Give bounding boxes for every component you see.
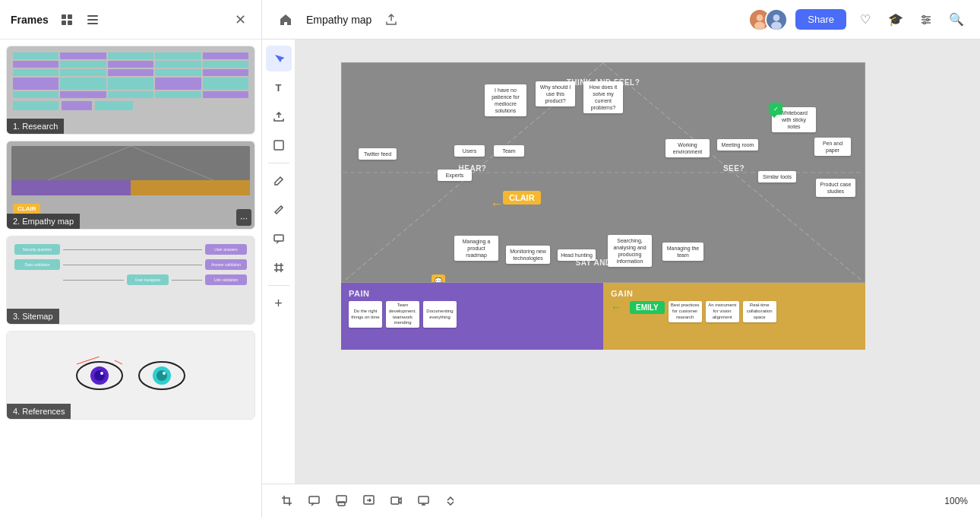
pain-section: PAIN Do the right things on time Team de…	[341, 283, 603, 350]
svg-point-17	[156, 370, 167, 381]
graduate-icon[interactable]: 🎓	[884, 8, 907, 31]
pencil-tool[interactable]	[266, 197, 292, 223]
screen-tool[interactable]	[411, 489, 435, 513]
export-button[interactable]	[381, 9, 402, 30]
pain-note-2: Team development, teamwork mending	[386, 301, 419, 328]
upload-tool[interactable]	[266, 103, 292, 129]
gain-notes: ← EMILY Best practices for customer rese…	[611, 301, 858, 322]
home-button[interactable]	[274, 8, 297, 31]
sticky-pen-paper: Pen and paper	[814, 138, 851, 156]
svg-point-23	[773, 14, 780, 21]
left-toolbar: T	[262, 40, 296, 484]
comment-tool[interactable]	[266, 226, 292, 252]
pain-notes: Do the right things on time Team develop…	[349, 301, 596, 328]
frame-thumbnail-empathy: CLAIR ··· 2. Empathy map	[7, 141, 254, 229]
topbar-right: Share ♡ 🎓 🔍	[748, 8, 968, 31]
svg-rect-31	[274, 141, 283, 150]
pen-tool[interactable]	[266, 168, 292, 194]
sticky-working-env: Working environment	[665, 139, 710, 157]
see-label: SEE?	[723, 164, 744, 173]
add-tool[interactable]: +	[266, 290, 292, 316]
sticky-why-product: Why should I use this product?	[536, 81, 575, 106]
shape-tool[interactable]	[266, 132, 292, 158]
search-icon[interactable]: 🔍	[945, 8, 968, 31]
svg-point-24	[771, 21, 782, 29]
text-tool[interactable]: T	[266, 75, 292, 100]
svg-point-30	[924, 21, 926, 24]
main-area: Empathy map	[262, 0, 980, 517]
topbar-left: Empathy map	[274, 8, 402, 31]
sticky-meeting-room: Meeting room	[717, 139, 758, 151]
canvas-area: T	[262, 40, 980, 484]
tool-divider-1	[268, 163, 289, 163]
select-tool[interactable]	[266, 46, 292, 71]
gain-label: GAIN	[611, 289, 858, 298]
sidebar: Frames ✕	[0, 0, 262, 517]
list-view-button[interactable]	[82, 9, 103, 30]
gain-section: GAIN ← EMILY Best practices for customer…	[603, 283, 865, 350]
sticky-no-patience: I have no patience for mediocre solution…	[485, 84, 526, 116]
chat-tool[interactable]	[329, 489, 353, 513]
zoom-level: 100%	[944, 496, 968, 506]
sticky-users: Users	[454, 145, 485, 157]
sticky-managing-team: Managing the team	[662, 243, 703, 261]
topbar: Empathy map	[262, 0, 980, 40]
sidebar-header: Frames ✕	[0, 0, 261, 40]
sticky-monitoring: Monitoring new technologies	[506, 246, 550, 264]
comment-bubble-1[interactable]: 💬	[432, 274, 445, 283]
heart-icon[interactable]: ♡	[854, 8, 877, 31]
gain-note-2: An instrument for vision alignment	[706, 301, 739, 322]
comment-bubble-green[interactable]: ✓	[769, 103, 782, 115]
collapse-tool[interactable]	[438, 489, 463, 513]
frame-thumbnail-research: 1. Research	[7, 46, 254, 134]
svg-rect-5	[87, 19, 98, 21]
tool-divider-2	[268, 285, 289, 286]
settings-icon[interactable]	[915, 8, 937, 31]
svg-point-20	[757, 14, 763, 21]
pain-label: PAIN	[349, 289, 596, 298]
frame-label-references: 4. References	[7, 404, 71, 419]
sticky-team: Team	[494, 145, 524, 157]
sticky-managing-roadmap: Managing a product roadmap	[454, 236, 498, 261]
close-button[interactable]: ✕	[229, 9, 251, 30]
avatar-group	[748, 8, 788, 31]
svg-rect-6	[87, 23, 98, 24]
frame-crop-tool[interactable]	[274, 489, 299, 513]
svg-point-28	[923, 15, 925, 17]
svg-rect-41	[419, 496, 428, 503]
sidebar-header-left: Frames	[11, 9, 103, 30]
frame-item-references[interactable]: 4. References	[6, 331, 255, 420]
sticky-head-hunting: Head hunting	[558, 249, 596, 261]
svg-rect-1	[68, 14, 72, 19]
sticky-how-solve: How does it solve my current problems?	[583, 81, 623, 113]
sticky-experts: Experts	[438, 170, 472, 181]
emily-arrow-area: ←	[611, 301, 626, 313]
grid-view-button[interactable]	[56, 9, 77, 30]
frame-item-research[interactable]: 1. Research	[6, 46, 255, 135]
emily-tag: EMILY	[630, 301, 665, 314]
svg-point-29	[927, 18, 929, 21]
svg-rect-3	[68, 21, 72, 25]
frame-item-sitemap[interactable]: Security question User answers Data vali…	[6, 236, 255, 325]
pain-note-3: Documenting everything	[423, 301, 457, 328]
share-button[interactable]: Share	[795, 9, 846, 30]
frame-label-research: 1. Research	[7, 119, 64, 134]
frame-item-empathy[interactable]: CLAIR ··· 2. Empathy map	[6, 141, 255, 230]
canvas-content[interactable]: THINK AND FEEL? HEAR? SEE? SAY AND DO? I…	[296, 40, 980, 484]
frame-menu-dots[interactable]: ···	[236, 209, 251, 226]
sticky-similar-tools: Similar tools	[758, 171, 796, 182]
gain-note-3: Real-time collaboration space	[743, 301, 776, 322]
frame-tool[interactable]	[266, 255, 292, 281]
pain-gain-row: PAIN Do the right things on time Team de…	[341, 283, 865, 350]
clair-tag: CLAIR	[503, 191, 541, 205]
sticky-twitter: Twitter feed	[359, 148, 397, 160]
comment-bottom-tool[interactable]	[302, 489, 326, 513]
frame-thumbnail-sitemap: Security question User answers Data vali…	[7, 236, 254, 324]
svg-point-12	[100, 372, 103, 375]
link-tool[interactable]	[356, 489, 381, 513]
gain-note-1: Best practices for customer research	[669, 301, 702, 322]
video-tool[interactable]	[384, 489, 408, 513]
sidebar-title: Frames	[11, 14, 49, 26]
avatar-2	[765, 8, 788, 31]
frame-thumbnail-references: 4. References	[7, 331, 254, 419]
